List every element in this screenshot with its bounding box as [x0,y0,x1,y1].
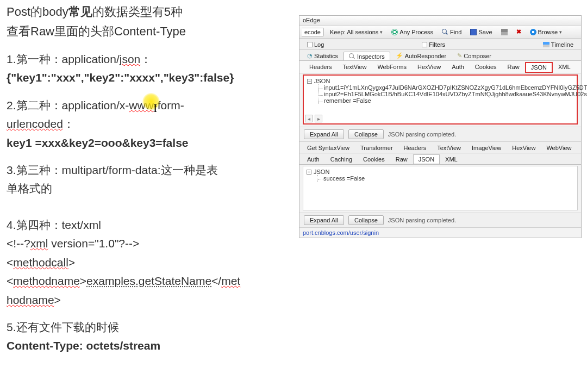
save-label: Save [478,29,492,35]
request-json-tree: − JSON input1=iY1mLXnQygxg47JuID6NArGXOZ… [307,78,573,104]
view-tab-log[interactable]: Log [302,40,329,49]
request-subtab-json[interactable]: JSON [525,62,553,73]
item4-l2-methodcall: methodcall [13,256,68,269]
response-tab-webview[interactable]: WebView [541,143,577,153]
response-tab-transformer[interactable]: Transformer [355,143,398,153]
window-title: oEdge [299,16,581,26]
inspect-icon [349,53,355,60]
save-button[interactable]: Save [467,28,495,36]
item1-head-end: ： [140,53,152,65]
expand-all-button[interactable]: Expand All [304,129,344,139]
json-tree-item[interactable]: input1=iY1mLXnQygxg47JuID6NArGXOZHD7pIKt… [324,84,573,91]
title-post: 的数据类型有5种 [92,5,183,18]
any-process-button[interactable]: Any Process [389,28,436,36]
scroll-left-button[interactable]: ◂ [305,115,313,122]
item2-body: key1 =xxx&key2=ooo&key3=false [7,135,273,151]
request-subtab-auth[interactable]: Auth [446,62,470,73]
item4-line1: <!--?xml version="1.0"?--> [7,235,273,252]
item1-head-a: 1.第一种：application/ [7,53,120,65]
response-tab-caching[interactable]: Caching [325,154,358,164]
response-tab-raw[interactable]: Raw [390,154,413,164]
screenshot-button[interactable] [498,28,510,36]
tab-label: Timeline [551,41,573,48]
tab-icon [307,42,313,47]
item4-l2-gt: > [68,256,75,269]
pencil-icon: ✎ [457,52,462,59]
json-tree-item[interactable]: success =False [323,175,574,182]
chevron-down-icon: ▾ [380,29,383,35]
collapse-toggle-icon[interactable]: − [307,170,311,175]
response-json-tree: − JSON success =False [307,169,574,182]
request-subtabs: HeadersTextViewWebFormsHexViewAuthCookie… [299,61,581,73]
find-label: Find [450,29,461,35]
collapse-button[interactable]: Collapse [348,215,384,225]
close-icon: ✖ [516,28,521,35]
item4-l3-lt2: </ [211,275,221,287]
json-tree-item[interactable]: input2=Eh1F5LMGokC1B/hBuKC14VdIE104xUVDZ… [324,91,573,97]
collapse-button[interactable]: Collapse [348,129,384,139]
response-tab-imageview[interactable]: ImageView [466,143,507,153]
response-tab-textview[interactable]: TextView [432,143,466,153]
fiddler-window: oEdge ecode Keep: All sessions▾ Any Proc… [299,15,582,238]
title-line-2: 查看Raw里面的头部Content-Type [7,23,273,40]
request-subtab-webforms[interactable]: WebForms [372,62,412,73]
title-pre: Post的body [7,5,68,18]
response-tab-hexview[interactable]: HexView [507,143,541,153]
find-button[interactable]: Find [439,28,464,36]
request-json-pane: − JSON input1=iY1mLXnQygxg47JuID6NArGXOZ… [303,74,578,125]
browser-icon [530,29,536,35]
keep-sessions-label: Keep: All sessions [330,29,378,35]
view-tab-autoresponder[interactable]: ⚡AutoResponder [390,51,452,60]
response-tab-auth[interactable]: Auth [302,154,325,164]
item2-urlencoded: urlencoded [7,117,63,130]
json-tree-item[interactable]: remember =False [324,97,573,104]
item4-l2-lt: < [7,256,13,269]
browse-label: Browse [538,29,558,35]
expand-all-button[interactable]: Expand All [304,215,344,225]
item4-l1-a: <!--? [7,237,30,250]
item4-l1-c: version="1.0"?--> [48,237,139,250]
response-tab-cookies[interactable]: Cookies [358,154,390,164]
response-tab-xml[interactable]: XML [440,154,463,164]
browse-button[interactable]: Browse▾ [527,28,565,36]
item2-head-www: www [129,99,154,111]
keep-sessions-dropdown[interactable]: Keep: All sessions▾ [327,28,385,36]
response-tab-json[interactable]: JSON [413,154,440,164]
request-subtab-cookies[interactable]: Cookies [470,62,502,73]
camera-icon [501,29,508,35]
item4-l3-gt: > [80,275,86,287]
view-tab-inspectors[interactable]: Inspectors [344,52,390,61]
view-tab-timeline[interactable]: Timeline [538,40,579,49]
request-subtab-xml[interactable]: XML [553,62,576,73]
request-subtab-textview[interactable]: TextView [338,62,372,73]
item2-head-c: -form- [154,99,184,111]
tab-icon [543,42,549,47]
request-subtab-headers[interactable]: Headers [304,62,338,73]
title-bold: 常见 [68,5,92,18]
decode-button[interactable]: ecode [302,28,324,36]
scroll-right-button[interactable]: ▸ [315,115,322,122]
request-subtab-hexview[interactable]: HexView [412,62,446,73]
tab-icon [422,42,427,47]
request-subtab-raw[interactable]: Raw [502,62,525,73]
response-tab-get-syntaxview[interactable]: Get SyntaxView [302,143,355,153]
item2-head: 2.第二种：application/x-www-form- [7,97,273,114]
title-line-1: Post的body常见的数据类型有5种 [7,3,273,21]
collapse-toggle-icon[interactable]: − [307,79,312,84]
item4-l3-lt: < [7,275,13,287]
stats-icon: ◔ [307,52,313,59]
tab-label: Composer [464,53,491,59]
chevron-down-icon: ▾ [559,29,562,35]
tab-label: Statistics [314,53,338,59]
view-tab-statistics[interactable]: ◔Statistics [302,51,344,60]
parse-status: JSON parsing completed. [388,131,456,138]
response-tabs-row1: Get SyntaxViewTransformerHeadersTextView… [299,142,581,153]
view-tab-filters[interactable]: Filters [416,40,451,49]
view-tabs-row1: LogFiltersTimeline [299,39,581,49]
clear-button[interactable]: ✖ [514,27,524,36]
response-tree-root-label: JSON [314,169,329,175]
response-json-pane: − JSON success =False [303,166,578,210]
item3-line-b: 单格式的 [7,181,273,197]
response-tab-headers[interactable]: Headers [398,143,432,153]
view-tab-composer[interactable]: ✎Composer [452,51,497,60]
